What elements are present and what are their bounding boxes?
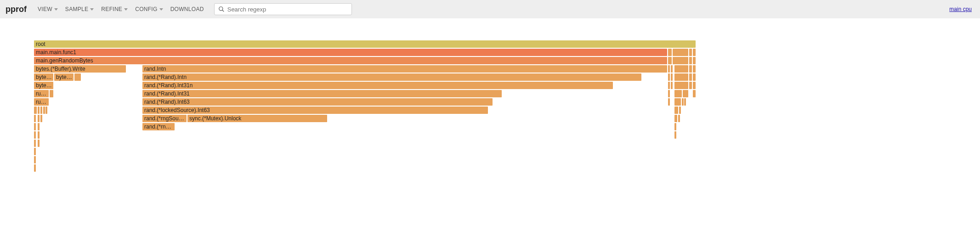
menu-label: VIEW <box>38 6 52 12</box>
search-icon <box>218 6 225 12</box>
flame-sliver[interactable] <box>74 73 81 81</box>
flame-sliver[interactable] <box>34 123 36 130</box>
flame-sliver[interactable] <box>34 115 36 122</box>
flame-sliver[interactable] <box>34 148 36 155</box>
flame-bar[interactable]: rand.(*lockedSource).Int63 <box>142 107 488 114</box>
chevron-down-icon <box>159 8 163 11</box>
flame-sliver[interactable] <box>38 115 40 122</box>
flame-bar[interactable]: bytes.(*Buffer).Write <box>34 65 126 73</box>
flame-sliver[interactable] <box>668 98 670 106</box>
menu-item-download[interactable]: DOWNLOAD <box>167 3 208 15</box>
flame-sliver[interactable] <box>34 131 36 139</box>
flame-sliver[interactable] <box>689 65 692 73</box>
flame-bar[interactable]: run… <box>34 90 49 97</box>
flame-sliver[interactable] <box>674 90 682 97</box>
flame-sliver[interactable] <box>674 131 676 139</box>
flame-sliver[interactable] <box>674 65 688 73</box>
menu-item-view[interactable]: VIEW <box>34 3 62 15</box>
flame-sliver[interactable] <box>671 73 673 81</box>
flame-sliver[interactable] <box>45 107 47 114</box>
flame-bar[interactable]: rand.(*Rand).Int31 <box>142 90 502 97</box>
flame-sliver[interactable] <box>682 98 684 106</box>
flame-sliver[interactable] <box>668 65 670 73</box>
flame-sliver[interactable] <box>34 140 36 147</box>
flame-sliver[interactable] <box>683 90 688 97</box>
flame-sliver[interactable] <box>689 73 692 81</box>
flame-sliver[interactable] <box>38 107 40 114</box>
flame-sliver[interactable] <box>668 57 672 64</box>
flame-sliver[interactable] <box>38 131 40 139</box>
flame-sliver[interactable] <box>40 107 42 114</box>
flame-bar[interactable]: rand.(*Rand).Intn <box>142 73 641 81</box>
flame-sliver[interactable] <box>689 82 692 89</box>
flame-sliver[interactable] <box>34 107 37 114</box>
search-wrap[interactable] <box>214 3 352 15</box>
flame-sliver[interactable] <box>668 73 670 81</box>
chevron-down-icon <box>124 8 128 11</box>
flame-sliver[interactable] <box>679 107 681 114</box>
flame-sliver[interactable] <box>693 82 696 89</box>
chevron-down-icon <box>54 8 58 11</box>
flame-bar[interactable]: rand.(*rngSou… <box>142 115 187 122</box>
flame-sliver[interactable] <box>668 49 672 56</box>
flame-sliver[interactable] <box>678 115 680 122</box>
menu-label: REFINE <box>101 6 122 12</box>
flame-bar[interactable]: main.main.func1 <box>34 49 667 56</box>
menu-item-refine[interactable]: REFINE <box>97 3 131 15</box>
flame-bar[interactable]: rand.(*rn… <box>142 123 175 130</box>
chevron-down-icon <box>90 8 94 11</box>
menu-item-sample[interactable]: SAMPLE <box>62 3 98 15</box>
brand: pprof <box>6 5 27 14</box>
flame-sliver[interactable] <box>689 49 692 56</box>
flame-sliver[interactable] <box>674 107 678 114</box>
flame-sliver[interactable] <box>668 82 670 89</box>
flame-sliver[interactable] <box>693 90 696 97</box>
flame-bar[interactable]: rand.Intn <box>142 65 667 73</box>
flame-sliver[interactable] <box>693 73 696 81</box>
flame-sliver[interactable] <box>693 65 696 73</box>
svg-line-1 <box>222 10 224 12</box>
flame-bar[interactable]: root <box>34 40 696 48</box>
menu-item-config[interactable]: CONFIG <box>131 3 166 15</box>
flame-bar[interactable]: main.genRandomBytes <box>34 57 667 64</box>
flame-sliver[interactable] <box>684 98 686 106</box>
flame-bar[interactable]: rand.(*Rand).Int31n <box>142 82 613 89</box>
flame-sliver[interactable] <box>674 98 681 106</box>
flame-sliver[interactable] <box>693 57 696 64</box>
flame-sliver[interactable] <box>673 49 688 56</box>
flame-sliver[interactable] <box>674 123 676 130</box>
flame-sliver[interactable] <box>674 73 688 81</box>
flame-sliver[interactable] <box>34 164 36 172</box>
flame-sliver[interactable] <box>671 82 673 89</box>
flame-sliver[interactable] <box>50 90 53 97</box>
flame-bar[interactable]: bytes… <box>34 82 53 89</box>
menu-bar: VIEWSAMPLEREFINECONFIGDOWNLOAD <box>34 3 208 15</box>
menu-label: SAMPLE <box>65 6 89 12</box>
flame-sliver[interactable] <box>38 123 40 130</box>
menu-label: DOWNLOAD <box>170 6 204 12</box>
flamegraph-stage[interactable]: rootmain.main.func1main.genRandomBytesby… <box>34 40 696 173</box>
flame-bar[interactable]: bytes… <box>34 73 53 81</box>
flame-sliver[interactable] <box>674 115 677 122</box>
flame-bar[interactable]: rand.(*Rand).Int63 <box>142 98 493 106</box>
flame-sliver[interactable] <box>38 140 40 147</box>
flame-sliver[interactable] <box>674 82 688 89</box>
flame-bar[interactable]: run… <box>34 98 49 106</box>
flame-bar[interactable]: sync.(*Mutex).Unlock <box>187 115 327 122</box>
flame-sliver[interactable] <box>671 65 673 73</box>
svg-point-0 <box>219 7 222 11</box>
menu-label: CONFIG <box>135 6 157 12</box>
flame-sliver[interactable] <box>689 57 692 64</box>
flame-sliver[interactable] <box>34 156 36 163</box>
search-input[interactable] <box>225 6 348 13</box>
flame-sliver[interactable] <box>673 57 688 64</box>
navbar: pprof VIEWSAMPLEREFINECONFIGDOWNLOAD mai… <box>0 0 980 18</box>
flame-sliver[interactable] <box>668 90 670 97</box>
profile-link[interactable]: main cpu <box>949 6 972 12</box>
flame-bar[interactable]: byte… <box>54 73 74 81</box>
flame-sliver[interactable] <box>43 107 45 114</box>
flame-sliver[interactable] <box>693 49 696 56</box>
flame-sliver[interactable] <box>40 115 42 122</box>
